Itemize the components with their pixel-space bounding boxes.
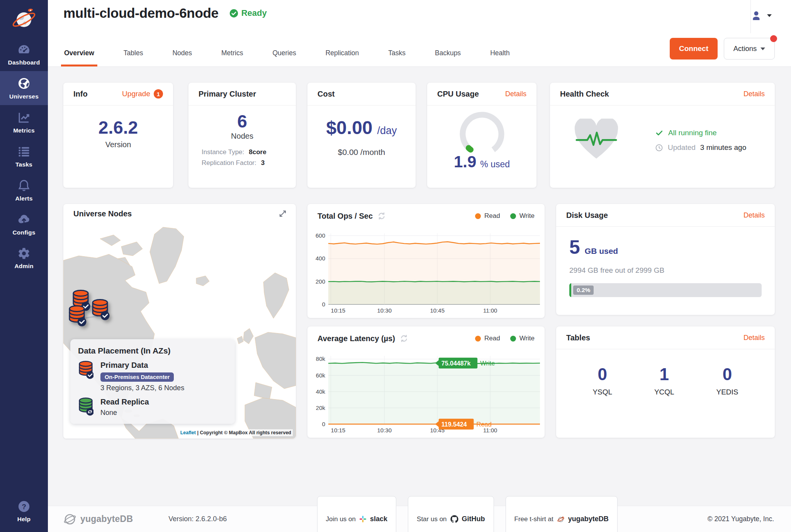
- node-caption: Nodes: [188, 132, 296, 141]
- svg-text:400: 400: [316, 255, 325, 262]
- yugabyte-planet-logo[interactable]: [0, 0, 48, 37]
- disk-details-link[interactable]: Details: [743, 211, 765, 219]
- write-legend-dot: [510, 213, 516, 219]
- status-badge: Ready: [229, 8, 267, 18]
- sidebar-item-help[interactable]: ? Help: [0, 494, 48, 528]
- yugabyte-mini-icon: [557, 515, 565, 523]
- cpu-percent-value: 1.9: [454, 153, 476, 171]
- read-replica-label: Read Replica: [100, 398, 149, 406]
- tab-backups[interactable]: Backups: [434, 44, 462, 66]
- primary-data-desc: 3 Regions, 3 AZS, 6 Nodes: [100, 384, 184, 392]
- universe-title: multi-cloud-demo-6node: [63, 5, 219, 21]
- github-icon: [450, 515, 458, 523]
- map-attribution: Leaflet | Copyright © MapBox All rights …: [179, 429, 293, 436]
- footer-version: Version: 2.6.2.0-b6: [168, 515, 227, 523]
- replication-factor-row: Replication Factor: 3: [202, 158, 296, 168]
- actions-button[interactable]: Actions: [724, 38, 775, 59]
- cpu-usage-card: CPU Usage Details 1.9 % used: [427, 83, 536, 188]
- avg-latency-card: Average Latency (µs) Read Write 020k40k6…: [307, 326, 545, 438]
- sidebar-item-dashboard[interactable]: Dashboard: [0, 37, 48, 71]
- bell-icon: [17, 178, 31, 192]
- card-title: Universe Nodes: [73, 209, 132, 218]
- instance-type-row: Instance Type: 8core: [202, 147, 296, 158]
- footer-logo: yugabyteDB: [63, 513, 133, 526]
- svg-text:119.5424: 119.5424: [441, 421, 467, 428]
- tab-health[interactable]: Health: [489, 44, 511, 66]
- tables-details-link[interactable]: Details: [743, 334, 765, 342]
- svg-text:75.04487k: 75.04487k: [441, 360, 471, 367]
- info-card: Info Upgrade 1 2.6.2 Version: [63, 83, 173, 188]
- yedis-stat: 0 YEDIS: [716, 365, 738, 396]
- universe-nodes-card: Universe Nodes: [63, 204, 296, 439]
- svg-text:10:15: 10:15: [331, 307, 346, 314]
- disk-usage-fill: [569, 283, 571, 297]
- check-icon: [655, 129, 664, 137]
- tab-tables[interactable]: Tables: [123, 44, 144, 66]
- tab-bar: Overview Tables Nodes Metrics Queries Re…: [63, 44, 511, 66]
- upgrade-count-badge: 1: [154, 89, 163, 99]
- sidebar-item-configs[interactable]: Configs: [0, 207, 48, 241]
- disk-used-value: 5: [569, 236, 580, 258]
- cost-per-unit: /day: [377, 125, 397, 137]
- svg-text:?: ?: [22, 502, 26, 510]
- svg-text:10:45: 10:45: [430, 307, 445, 314]
- sidebar-item-label: Metrics: [13, 127, 35, 134]
- read-replica-desc: None: [100, 409, 149, 417]
- cpu-gauge: [448, 109, 516, 157]
- health-details-link[interactable]: Details: [743, 90, 765, 98]
- read-legend-dot: [475, 336, 481, 342]
- svg-text:10:30: 10:30: [377, 307, 392, 314]
- data-placement-panel: Data Placement (In AZs) Primary Data On-…: [70, 339, 235, 424]
- tshirt-button[interactable]: Free t-shirt at yugabyteDB: [506, 496, 618, 532]
- disk-usage-card: Disk Usage Details 5 GB used 2994 GB fre…: [556, 204, 775, 315]
- check-circle-icon: [229, 9, 238, 18]
- footer-wordmark: yugabyteDB: [80, 514, 133, 524]
- version-caption: Version: [63, 140, 173, 149]
- primary-cluster-card: Primary Cluster 6 Nodes Instance Type: 8…: [188, 83, 296, 188]
- sidebar-item-alerts[interactable]: Alerts: [0, 173, 48, 207]
- user-menu[interactable]: [750, 9, 772, 22]
- sidebar-item-admin[interactable]: Admin: [0, 241, 48, 275]
- tab-replication[interactable]: Replication: [325, 44, 360, 66]
- github-button[interactable]: Star us on GitHub: [408, 496, 494, 532]
- dashboard-icon: [17, 42, 31, 56]
- sidebar-item-metrics[interactable]: Metrics: [0, 105, 48, 139]
- tab-tasks[interactable]: Tasks: [387, 44, 406, 66]
- cloud-upload-icon: [17, 212, 31, 226]
- placement-title: Data Placement (In AZs): [78, 346, 227, 355]
- refresh-icon[interactable]: [377, 212, 386, 220]
- tab-queries[interactable]: Queries: [272, 44, 297, 66]
- tab-nodes[interactable]: Nodes: [171, 44, 193, 66]
- slack-button[interactable]: Join us on slack: [317, 496, 397, 532]
- avg-latency-chart[interactable]: 020k40k60k80k10:1510:3010:4511:0075.0448…: [311, 350, 545, 436]
- health-updated-row: Updated 3 minutes ago: [655, 143, 746, 152]
- world-map[interactable]: Data Placement (In AZs) Primary Data On-…: [63, 223, 296, 439]
- card-title: Total Ops / Sec: [317, 212, 386, 221]
- total-ops-chart[interactable]: 020040060010:1510:3010:4511:00: [311, 228, 545, 316]
- replica-db-icon: [78, 398, 93, 416]
- svg-text:80k: 80k: [316, 355, 326, 362]
- card-title: Average Latency (µs): [317, 334, 408, 343]
- connect-button[interactable]: Connect: [670, 38, 718, 59]
- upgrade-link[interactable]: Upgrade: [122, 90, 150, 98]
- cpu-details-link[interactable]: Details: [505, 90, 526, 98]
- globe-icon: [17, 76, 31, 90]
- cost-per-day: $0.00: [326, 117, 372, 138]
- sidebar-item-tasks[interactable]: Tasks: [0, 139, 48, 173]
- chart-legend: Read Write: [475, 335, 535, 342]
- leaflet-link[interactable]: Leaflet: [180, 430, 196, 435]
- tab-metrics[interactable]: Metrics: [221, 44, 244, 66]
- svg-text:20k: 20k: [316, 405, 326, 411]
- datacenter-badge: On-Premises Datacenter: [100, 372, 174, 382]
- sidebar-item-universes[interactable]: Universes: [0, 71, 48, 105]
- expand-icon[interactable]: [278, 209, 287, 218]
- total-ops-card: Total Ops / Sec Read Write 020040060010:…: [307, 204, 545, 318]
- refresh-icon[interactable]: [400, 334, 408, 343]
- task-list-icon: [17, 144, 31, 158]
- cost-per-month: $0.00 /month: [307, 148, 416, 157]
- chevron-down-icon: [767, 14, 772, 17]
- tables-card: Tables Details 0 YSQL 1 YCQL 0 YEDIS: [556, 326, 775, 438]
- node-count: 6: [188, 111, 296, 132]
- cpu-percent-unit: % used: [480, 159, 510, 170]
- tab-overview[interactable]: Overview: [63, 44, 95, 66]
